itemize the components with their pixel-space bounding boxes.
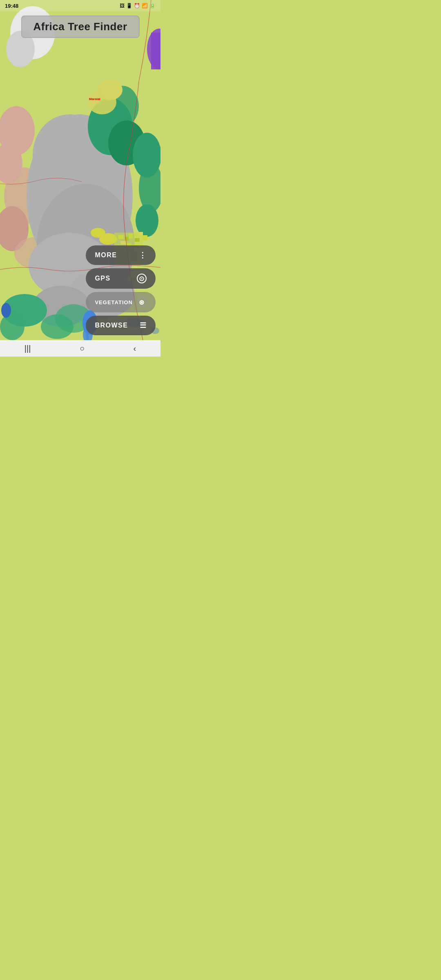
svg-rect-30 <box>129 234 133 238</box>
svg-rect-27 <box>118 235 123 239</box>
browse-icon: ☰ <box>140 321 147 330</box>
svg-rect-9 <box>151 33 160 69</box>
more-button[interactable]: MORE ⋮ <box>86 245 156 265</box>
svg-rect-29 <box>120 241 126 244</box>
status-icons: 🖼 📱 ⏰ 📶 🔋 <box>120 3 156 9</box>
more-label: MORE <box>95 252 117 259</box>
svg-point-45 <box>1 303 11 318</box>
status-bar: 19:48 🖼 📱 ⏰ 📶 🔋 <box>0 0 160 11</box>
signal-icon: 📶 <box>142 3 148 9</box>
svg-point-38 <box>0 313 24 340</box>
more-icon: ⋮ <box>139 251 147 260</box>
svg-point-40 <box>41 314 74 339</box>
map-label-maralal: Maralal <box>89 97 100 101</box>
svg-rect-35 <box>143 235 147 241</box>
action-buttons: MORE ⋮ GPS ⊙ VEGETATION ⊛ BROWSE ☰ <box>86 245 156 335</box>
vegetation-button[interactable]: VEGETATION ⊛ <box>86 292 156 312</box>
svg-rect-31 <box>135 238 140 242</box>
gps-icon: ⊙ <box>137 274 147 283</box>
status-time: 19:48 <box>5 3 18 9</box>
battery-icon: 🔋 <box>149 3 156 9</box>
nav-back-button[interactable]: ‹ <box>125 341 145 356</box>
nav-home-button[interactable]: ○ <box>71 341 93 356</box>
nav-recent-button[interactable]: ||| <box>16 341 39 356</box>
device-icon: 📱 <box>126 3 132 9</box>
nav-bar: ||| ○ ‹ <box>0 340 160 356</box>
alarm-icon: ⏰ <box>134 3 140 9</box>
gallery-icon: 🖼 <box>120 3 125 9</box>
svg-point-19 <box>98 80 122 100</box>
browse-label: BROWSE <box>95 322 128 329</box>
app-title: Africa Tree Finder <box>21 16 139 38</box>
vegetation-icon: ⊛ <box>137 297 147 307</box>
gps-button[interactable]: GPS ⊙ <box>86 268 156 289</box>
browse-button[interactable]: BROWSE ☰ <box>86 316 156 335</box>
vegetation-label: VEGETATION <box>95 299 133 305</box>
svg-rect-28 <box>125 237 129 241</box>
svg-rect-33 <box>139 232 143 236</box>
gps-label: GPS <box>95 275 110 282</box>
